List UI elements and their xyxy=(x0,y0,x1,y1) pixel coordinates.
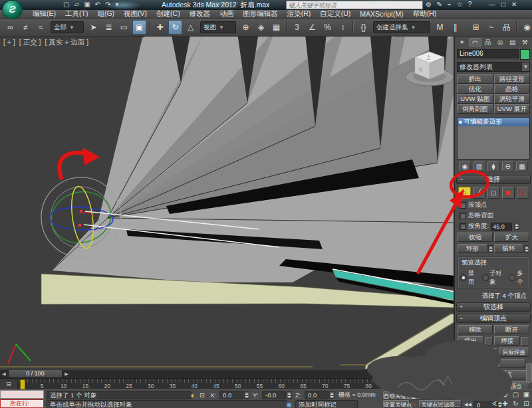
object-name-field[interactable]: Line006 xyxy=(457,49,519,58)
infocenter-search-input[interactable] xyxy=(286,1,423,9)
zoom-extents-icon[interactable]: ▢ xyxy=(511,390,521,399)
zoom-icon[interactable]: ⊕ xyxy=(489,390,499,399)
modifier-list-dropdown[interactable]: 修改器列表▼ xyxy=(457,62,530,72)
preview-option-0[interactable]: 禁用 xyxy=(460,269,479,286)
chamfer-settings-icon[interactable] xyxy=(489,348,497,357)
ring-spinner[interactable] xyxy=(488,245,493,253)
previous-frame-arrow-icon[interactable]: ◀ xyxy=(0,371,8,377)
menu-item-8[interactable]: 渲染(R) xyxy=(283,9,316,19)
unlink-selection-icon[interactable]: ≠ xyxy=(19,20,33,35)
loop-spinner[interactable] xyxy=(524,245,529,253)
loop-button[interactable]: 循环 xyxy=(494,244,524,253)
communication-center-icon[interactable]: ⌁ xyxy=(448,1,452,8)
grow-button[interactable]: 扩大 xyxy=(494,233,529,242)
fan-model[interactable] xyxy=(52,37,455,287)
align-icon[interactable]: ∥ xyxy=(448,20,462,35)
modifier-unwrapuvw-button[interactable]: UVW 展开 xyxy=(494,104,531,114)
menu-item-10[interactable]: MAXScript(M) xyxy=(355,10,408,18)
remove-vertex-button[interactable]: 移除 xyxy=(458,325,493,334)
subobject-expand-icon[interactable]: ■ xyxy=(459,119,462,125)
menu-item-2[interactable]: 组(G) xyxy=(92,9,119,19)
tab-utilities[interactable]: ⚒ xyxy=(519,38,531,47)
y-coordinate-field[interactable]: -0.0 xyxy=(262,391,286,399)
make-unique-icon[interactable]: ⧫ xyxy=(487,161,499,171)
layer-manager-icon[interactable]: ⊞ xyxy=(469,20,483,35)
qat-customize-icon[interactable]: ▾ xyxy=(115,1,118,8)
y-spinner[interactable] xyxy=(287,391,292,399)
z-coordinate-field[interactable]: 0.0 xyxy=(305,391,329,399)
next-frame-arrow-icon[interactable]: ▶ xyxy=(63,371,70,377)
redo-icon[interactable]: ↷ xyxy=(105,1,110,8)
spinner-snap-icon[interactable]: ↕ xyxy=(336,20,350,35)
save-file-icon[interactable]: ▣ xyxy=(84,1,90,8)
set-key-button[interactable]: 设置关键点 xyxy=(383,400,410,408)
by-vertex-checkbox[interactable] xyxy=(460,202,466,209)
percent-snap-icon[interactable]: % xyxy=(321,20,334,35)
schematic-view-icon[interactable]: 品 xyxy=(499,20,513,35)
close-button[interactable]: ✕ xyxy=(511,1,517,8)
field-of-view-icon[interactable]: ∢ xyxy=(489,399,499,408)
polygon-subobject-icon[interactable]: ◼ xyxy=(502,187,515,199)
max-logo-icon[interactable]: Ƨ xyxy=(2,0,23,19)
use-pivot-point-icon[interactable]: ⊕ xyxy=(239,20,253,35)
viewport-view-menu[interactable]: [ 正交 ] xyxy=(19,38,41,47)
loose-rib-stick[interactable] xyxy=(370,318,452,367)
panel-scrollbar-thumb[interactable] xyxy=(526,363,532,383)
viewport-shading-menu[interactable]: [ 真实 + 边面 ] xyxy=(45,38,88,47)
radio-icon[interactable] xyxy=(482,274,489,281)
select-and-rotate-icon[interactable]: ↻ xyxy=(168,20,182,35)
zoom-extents-all-icon[interactable]: ▣ xyxy=(521,390,531,399)
extrude-settings-icon[interactable] xyxy=(485,337,493,346)
rollout-selection[interactable]: −选择 xyxy=(456,175,531,184)
auto-key-button[interactable]: 自动关键点 xyxy=(383,391,410,399)
modifier-pathdeform-button[interactable]: 路径变形 xyxy=(494,74,531,84)
material-editor-icon[interactable]: ◉ xyxy=(520,20,532,35)
help-icon[interactable]: ? xyxy=(468,1,472,8)
undo-icon[interactable]: ↶ xyxy=(95,1,100,8)
key-filter-dropdown[interactable]: 选定对象▼ xyxy=(412,391,453,399)
infocenter-tools-icon[interactable]: ✎ xyxy=(436,1,442,8)
menu-item-0[interactable]: 编辑(E) xyxy=(28,9,61,19)
tab-hierarchy[interactable]: 品 xyxy=(482,38,494,47)
pan-icon[interactable]: ✚ xyxy=(500,399,510,408)
ring-button[interactable]: 环形 xyxy=(458,244,487,253)
viewport[interactable]: [ + ] [ 正交 ] [ 真实 + 边面 ] xyxy=(0,37,455,369)
break-button[interactable]: 断开 xyxy=(494,325,529,334)
remove-isolated-vertices-button[interactable]: 移除孤立顶点 xyxy=(458,370,529,379)
show-end-result-icon[interactable]: ▥ xyxy=(473,161,485,171)
go-to-start-icon[interactable]: ◀◀ xyxy=(464,400,471,408)
target-weld-button[interactable]: 目标焊接 xyxy=(499,348,529,357)
extrude-button[interactable]: 挤出 xyxy=(458,336,483,346)
curve-editor-icon[interactable]: ~ xyxy=(484,20,498,35)
key-filters-button[interactable]: 关键点过滤器... xyxy=(419,400,462,408)
modifier-turbosmooth-button[interactable]: 涡轮平滑 xyxy=(494,94,531,104)
border-subobject-icon[interactable]: ◻ xyxy=(487,187,500,199)
pin-stack-icon[interactable]: ◉ xyxy=(459,161,471,171)
menu-item-4[interactable]: 创建(C) xyxy=(152,9,185,19)
radio-icon[interactable] xyxy=(509,274,515,281)
modifier-stack[interactable]: ■ 可编辑多边形 xyxy=(457,117,530,159)
ignore-backfacing-checkbox[interactable] xyxy=(460,213,466,219)
modifier-uvwmap-button[interactable]: UVW 贴图 xyxy=(457,94,493,104)
selection-filter-dropdown[interactable]: 全部▼ xyxy=(51,21,84,33)
snap-toggle-3d-icon[interactable]: 3 xyxy=(290,20,304,35)
select-object-icon[interactable]: ➤ xyxy=(86,20,100,35)
reference-coordinate-dropdown[interactable]: 视图▼ xyxy=(200,21,236,33)
angle-snap-icon[interactable]: ∠ xyxy=(305,20,319,35)
rollout-edit-vertices[interactable]: −编辑顶点 xyxy=(456,314,531,323)
select-and-link-icon[interactable]: ∞ xyxy=(3,20,17,35)
minimize-button[interactable]: — xyxy=(489,1,495,8)
track-bar[interactable]: ⊟ 51015202530354045505560657075808590 xyxy=(0,378,455,390)
rollout-soft-selection[interactable]: +软选择 xyxy=(456,302,531,312)
keyboard-shortcut-override-icon[interactable]: ▦ xyxy=(269,20,283,35)
tab-display[interactable]: ▤ xyxy=(507,38,519,47)
select-by-name-icon[interactable]: ≣ xyxy=(102,20,116,35)
restore-button[interactable]: □ xyxy=(501,1,505,8)
modifier-bevelprofile-button[interactable]: 倒角剖面 xyxy=(457,104,493,114)
preview-option-1[interactable]: 子对象 xyxy=(482,269,506,286)
modifier-lattice-button[interactable]: 晶格 xyxy=(494,84,531,94)
add-time-tag[interactable]: 添加时间标记 xyxy=(295,400,358,408)
window-crossing-icon[interactable]: ▣ xyxy=(132,20,146,35)
menu-item-3[interactable]: 视图(V) xyxy=(119,9,152,19)
configure-modifier-sets-icon[interactable]: ▦ xyxy=(516,161,528,171)
